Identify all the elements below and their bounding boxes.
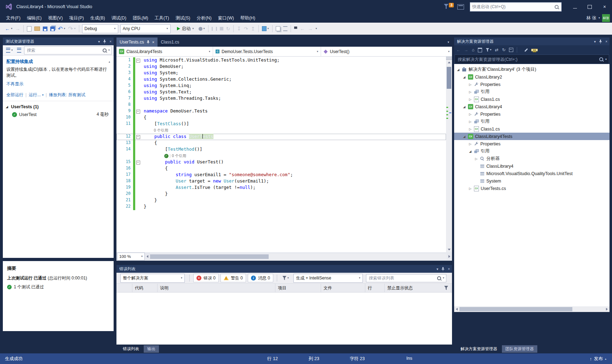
close-button[interactable]: × [597, 0, 612, 13]
collapse-box-icon[interactable]: − [136, 59, 140, 63]
zoom-dropdown[interactable]: 100 % ▾ [117, 253, 145, 260]
stop-button[interactable] [218, 24, 225, 33]
expander-icon[interactable]: ▷ [474, 157, 478, 161]
navigate-back-button[interactable]: ←▾ [4, 24, 14, 33]
close-icon[interactable]: × [605, 40, 607, 44]
column-header-项目[interactable]: 项目 [275, 284, 321, 292]
dismiss-link[interactable]: 不再显示 [6, 81, 110, 87]
scroll-left-icon[interactable] [456, 308, 458, 311]
tree-item[interactable]: ▷C#Class1.cs [454, 96, 610, 103]
feedback-icon[interactable]: 3 [443, 3, 452, 10]
profiler-button[interactable]: ▾ [197, 24, 206, 33]
column-header-禁止显示状态[interactable]: 禁止显示状态 [385, 284, 451, 292]
tree-item[interactable]: ◢C#ClassLibrary4Tests [454, 133, 610, 140]
menu-item[interactable]: 帮助(H) [237, 13, 258, 23]
solution-search-input[interactable] [457, 57, 597, 62]
tree-item[interactable]: Microsoft.VisualStudio.QualityTools.Unit… [454, 170, 610, 177]
menu-item[interactable]: 分析(N) [193, 13, 215, 23]
expander-icon[interactable]: ◢ [6, 105, 9, 109]
forward-icon[interactable]: → [464, 47, 468, 52]
ci-setup-link[interactable]: 配置持续集成 [6, 59, 109, 65]
errors-filter-button[interactable]: × 错误 0 [193, 274, 219, 282]
tree-item[interactable]: ▷引用 [454, 118, 610, 125]
minimize-button[interactable] [567, 0, 582, 13]
error-list-body[interactable] [116, 293, 452, 345]
editor-vertical-scrollbar[interactable] [446, 57, 452, 252]
window-position-icon[interactable]: ▾ [436, 267, 438, 271]
filter-button[interactable] [16, 47, 23, 53]
type-dropdown[interactable]: C DemoUser.Tests.UserTests ▾ [213, 47, 321, 56]
panel-splitter[interactable] [3, 258, 114, 261]
user-avatar[interactable]: 林张 [602, 14, 610, 22]
home-icon[interactable]: ⌂ [472, 47, 474, 52]
comment-button[interactable] [282, 24, 289, 33]
solution-horizontal-scrollbar[interactable] [454, 306, 610, 312]
prev-bookmark-button[interactable]: ← [299, 24, 307, 33]
sync-with-active-document-icon[interactable]: ⇄ [495, 47, 498, 52]
column-header-icon[interactable] [116, 284, 132, 292]
menu-item[interactable]: 视图(V) [45, 13, 66, 23]
expander-icon[interactable]: ▷ [468, 98, 472, 101]
publish-button[interactable]: ↑ 发布 ▴ [590, 356, 606, 362]
user-name[interactable]: 林 张 [587, 15, 596, 21]
test-explorer-header[interactable]: 测试资源管理器 ▾ × [3, 37, 114, 45]
close-icon[interactable]: × [448, 267, 450, 271]
start-button[interactable]: 启动 ▾ [174, 24, 197, 33]
expander-icon[interactable]: ▷ [468, 112, 472, 116]
step-over-button[interactable]: ↷ [242, 24, 250, 33]
tree-item[interactable]: ◢C#ClassLibrary2 [454, 73, 610, 81]
tree-item[interactable]: ▷Properties [454, 81, 610, 88]
run-menu-link[interactable]: 运行...▾ [29, 92, 44, 98]
expander-icon[interactable]: ◢ [456, 68, 460, 71]
menu-item[interactable]: 调试(D) [108, 13, 130, 23]
expander-icon[interactable]: ▷ [468, 83, 472, 86]
save-all-button[interactable] [49, 24, 56, 33]
save-button[interactable] [41, 24, 49, 33]
tree-item[interactable]: ▷分析器 [454, 155, 610, 162]
filter-dropdown-icon[interactable]: ▾ [486, 48, 491, 52]
editor-horizontal-scrollbar[interactable] [145, 252, 452, 261]
maximize-button[interactable] [582, 0, 597, 13]
column-header-说明[interactable]: 说明 [158, 284, 275, 292]
scrollbar-thumb[interactable] [459, 307, 572, 311]
member-dropdown[interactable]: UserTest() ▾ [321, 47, 452, 56]
test-row[interactable]: ✓ UserTest 4 毫秒 [3, 110, 114, 119]
split-handle[interactable] [446, 57, 452, 60]
scrollbar-track[interactable] [150, 254, 447, 260]
undo-button[interactable]: ↶▾ [56, 24, 67, 33]
window-position-icon[interactable]: ▾ [98, 40, 100, 44]
bookmark-button[interactable] [293, 24, 299, 33]
chevron-down-icon[interactable]: ▾ [599, 17, 600, 19]
pin-icon[interactable] [441, 267, 445, 271]
expander-icon[interactable]: ▷ [468, 120, 472, 123]
scrollbar-thumb[interactable] [447, 67, 451, 89]
scroll-right-icon[interactable] [606, 308, 608, 311]
expander-icon[interactable]: ▷ [468, 127, 472, 131]
collapse-box-icon[interactable]: − [136, 135, 140, 139]
tool-window-tab[interactable]: 错误列表 [119, 345, 143, 353]
collapse-box-icon[interactable]: − [136, 110, 140, 114]
step-out-button[interactable]: ↥ [250, 24, 257, 33]
chevron-down-icon[interactable]: ▾ [605, 58, 607, 61]
solution-search-box[interactable]: ▾ [454, 54, 609, 64]
solution-explorer-header[interactable]: 解决方案资源管理器 ▾ × [454, 37, 610, 45]
next-bookmark-button[interactable]: → [307, 24, 314, 33]
error-source-dropdown[interactable]: 生成 + IntelliSense ▾ [293, 274, 363, 283]
multi-filter-button[interactable]: ▾ [281, 276, 291, 280]
tool-window-tab[interactable]: 输出 [144, 345, 159, 353]
menu-item[interactable]: 编辑(E) [24, 13, 45, 23]
tree-item[interactable]: ▷C#UserTests.cs [454, 185, 610, 192]
test-group-row[interactable]: ◢ UserTests (1) [3, 103, 114, 110]
tree-item[interactable]: ClassLibrary4 [454, 162, 610, 170]
test-search-box[interactable]: ▾ [24, 46, 112, 54]
scrollbar-thumb[interactable] [150, 254, 269, 259]
refresh-icon[interactable]: ↻ [502, 47, 505, 52]
editor-tab[interactable]: UserTests.cs× [116, 37, 158, 47]
test-search-input[interactable] [26, 47, 101, 53]
redo-button[interactable]: ↷▾ [67, 24, 77, 33]
tree-item[interactable]: ▷Properties [454, 140, 610, 148]
menu-item[interactable]: 窗口(W) [215, 13, 237, 23]
collapse-box-icon[interactable]: − [136, 161, 140, 164]
menu-item[interactable]: 团队(M) [130, 13, 151, 23]
scope-icon[interactable] [478, 48, 482, 52]
